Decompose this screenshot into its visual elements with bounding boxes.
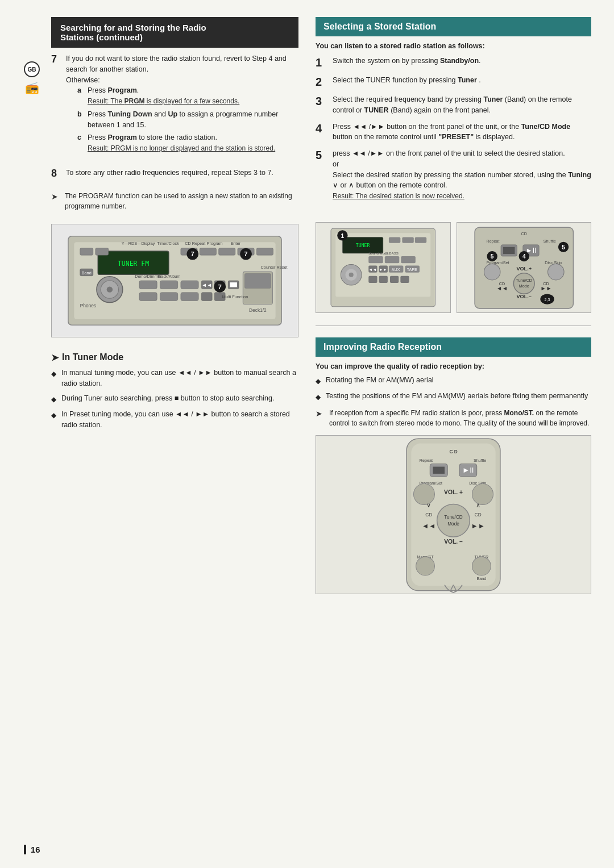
svg-text:CD: CD [475,512,482,518]
step-7-block: 7 If you do not want to store the radio … [51,53,298,162]
svg-text:CD: CD [521,232,526,236]
svg-point-133 [416,557,435,575]
page-number-block: 16 [24,845,40,854]
select-step-3: 3 Select the required frequency band by … [316,94,591,116]
remote-image-left: TUNER ◄◄ ►► [316,222,451,313]
svg-text:7: 7 [191,251,194,257]
page-container: GB 📻 Searching for and Storing the Radio… [0,0,614,868]
svg-text:Enter: Enter [230,241,240,246]
svg-rect-54 [402,237,413,243]
svg-text:7: 7 [218,283,222,290]
svg-rect-59 [368,256,383,263]
svg-rect-24 [160,293,177,301]
svg-text:Band: Band [82,270,92,275]
svg-text:5: 5 [490,253,493,260]
svg-text:TUNER FM: TUNER FM [118,260,149,268]
svg-text:Band: Band [477,576,487,581]
svg-rect-83 [503,247,515,254]
svg-rect-16 [181,281,198,289]
svg-text:Shuffle: Shuffle [474,458,486,463]
svg-rect-73 [400,276,409,283]
svg-rect-8 [219,248,235,255]
listen-header: You can listen to a stored radio station… [316,42,591,50]
sub-step-c: c Press Program to store the radio stati… [77,132,298,154]
svg-text:VOL. +: VOL. + [444,489,463,495]
svg-text:Program: Program [207,241,223,246]
section-divider [316,326,591,326]
selecting-section: Selecting a Stored Station You can liste… [316,17,591,207]
svg-text:►►: ►► [540,285,551,291]
svg-text:◄◄: ◄◄ [368,267,376,272]
svg-text:Shuffle: Shuffle [543,239,555,243]
svg-rect-26 [201,293,212,301]
svg-text:►►: ►► [379,267,387,272]
svg-rect-29 [244,273,271,288]
step-8: 8 To store any other radio frequencies r… [51,168,298,180]
svg-text:Mode: Mode [518,284,529,289]
svg-point-134 [472,557,491,575]
searching-section-header: Searching for and Storing the Radio Stat… [51,17,298,48]
svg-text:∧: ∧ [476,501,480,508]
svg-text:4: 4 [522,253,525,260]
svg-point-58 [349,272,354,277]
remote-image-right: CD Repeat Shuffle ►II Program/Set Disc S… [457,222,592,313]
svg-text:◄◄: ◄◄ [202,282,213,288]
svg-rect-5 [96,248,109,255]
svg-rect-72 [390,276,399,283]
svg-text:Tune/CD: Tune/CD [516,278,532,283]
sub-step-b: b Press Tuning Down and Up to assign a p… [77,109,298,131]
select-step-1: 1 Switch the system on by pressing Stand… [316,56,591,69]
svg-point-118 [413,483,434,504]
tuner-mode-section: ➤ In Tuner Mode ◆ In manual tuning mode,… [51,352,298,435]
svg-rect-23 [139,293,157,301]
diamond-2: ◆ [51,394,58,404]
select-step-4: 4 Press ◄◄ /►► button on the front panel… [316,122,591,143]
svg-text:∨: ∨ [426,501,431,508]
svg-text:CD Repeat: CD Repeat [185,241,205,246]
improve-bullets: ◆ Rotating the FM or AM(MW) aerial ◆ Tes… [316,375,591,402]
svg-rect-14 [139,281,157,289]
svg-point-89 [547,264,564,280]
svg-text:Counter Reset: Counter Reset [261,265,288,270]
svg-rect-22 [230,282,237,287]
radio-icon: 📻 [25,81,39,94]
svg-point-124 [437,504,470,537]
note-arrow: ➤ [51,191,60,203]
program-note: ➤ The PROGRAM function can be used to as… [51,191,298,211]
svg-rect-10 [256,248,273,255]
svg-rect-70 [368,276,377,283]
tuner-mode-header: ➤ In Tuner Mode [51,352,298,363]
improve-bullet-1: ◆ Rotating the FM or AM(MW) aerial [316,375,591,386]
diamond-1: ◆ [51,369,58,379]
svg-rect-4 [80,248,93,255]
svg-text:Phones: Phones [80,303,96,308]
svg-text:Repeat: Repeat [420,458,433,463]
svg-text:►II: ►II [462,466,474,474]
tuner-bullet-list: ◆ In manual tuning mode, you can use ◄◄ … [51,368,298,431]
svg-text:CD: CD [425,512,432,518]
svg-text:►►: ►► [471,521,485,529]
select-step-2: 2 Select the TUNER function by pressing … [316,75,591,89]
step-7: 7 If you do not want to store the radio … [51,53,298,156]
svg-rect-61 [401,256,415,263]
svg-rect-7 [200,248,216,255]
svg-text:Tune/CD: Tune/CD [444,515,463,520]
svg-text:VOL.–: VOL.– [516,293,531,299]
selecting-steps: 1 Switch the system on by pressing Stand… [316,56,591,202]
svg-rect-55 [415,237,426,243]
svg-rect-113 [433,466,445,473]
svg-text:1: 1 [341,232,345,239]
sub-step-a: a Press Program. Result: The PRGM is dis… [77,85,298,107]
svg-point-13 [107,286,113,292]
diamond-improve-2: ◆ [316,392,322,402]
svg-text:2,3: 2,3 [544,297,550,302]
improve-note: ➤ If reception from a specific FM radio … [316,408,591,428]
svg-point-91 [513,273,534,294]
tuner-bullet-1: ◆ In manual tuning mode, you can use ◄◄ … [51,368,298,389]
selecting-header: Selecting a Stored Station [316,17,591,36]
svg-text:S.BASS: S.BASS [386,251,399,255]
svg-text:VOL.+: VOL.+ [516,265,532,271]
device-image: TUNER FM ◄◄ ► [51,224,298,337]
right-column: Selecting a Stored Station You can liste… [316,17,591,644]
remote-large-image: C D Repeat Shuffle ►II Program/Set Disc … [316,435,591,594]
